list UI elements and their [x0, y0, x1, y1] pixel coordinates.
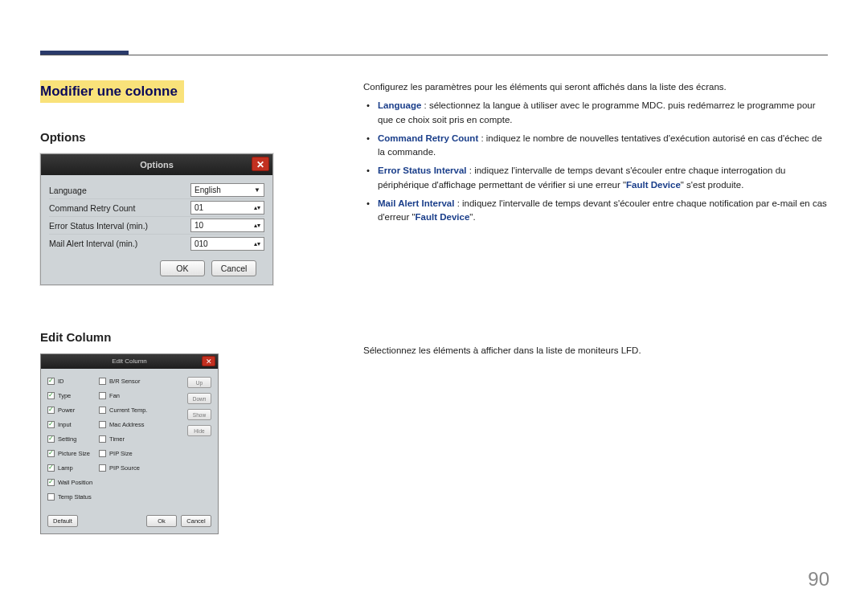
checkbox-label: Wall Position	[58, 479, 92, 486]
edit-column-titlebar: Edit Column ✕	[41, 354, 218, 369]
checkbox-item[interactable]: ✓Type	[47, 390, 92, 401]
checkbox-label: B/R Sensor	[109, 378, 140, 385]
checkbox-column-1: ✓ID✓Type✓Power✓Input✓Setting✓Picture Siz…	[47, 375, 92, 502]
checkbox-item[interactable]: Mac Address	[99, 419, 147, 430]
checkbox-icon: ✓	[47, 392, 55, 399]
chevron-down-icon: ▼	[254, 186, 260, 194]
stepper-icon: ▴▾	[254, 222, 260, 229]
checkbox-icon	[99, 450, 106, 457]
options-body: Language English ▼ Command Retry Count 0…	[41, 175, 272, 284]
intro-text: Configurez les paramètres pour les éléme…	[363, 80, 828, 94]
bullet-language: Language : sélectionnez la langue à util…	[378, 99, 828, 127]
up-button[interactable]: Up	[187, 377, 211, 388]
checkbox-item[interactable]: ✓Picture Size	[47, 447, 92, 459]
cancel-button[interactable]: Cancel	[211, 260, 256, 276]
checkbox-item[interactable]: B/R Sensor	[99, 375, 147, 386]
checkbox-label: ID	[58, 378, 64, 385]
checkbox-label: Timer	[109, 435, 125, 443]
checkbox-label: Setting	[58, 435, 76, 443]
checkbox-label: Picture Size	[58, 450, 90, 457]
stepper-icon: ▴▾	[254, 240, 260, 247]
checkbox-item[interactable]: PIP Size	[99, 447, 147, 459]
checkbox-label: Temp Status	[58, 493, 92, 501]
retry-stepper[interactable]: 01 ▴▾	[190, 201, 264, 215]
checkbox-icon: ✓	[47, 421, 55, 428]
mail-stepper[interactable]: 010 ▴▾	[190, 237, 264, 251]
ok-button[interactable]: Ok	[146, 515, 177, 527]
checkbox-icon	[99, 464, 106, 472]
checkbox-item[interactable]: ✓Setting	[47, 433, 92, 444]
left-column: Modifier une colonne Options Options ✕ L…	[40, 80, 305, 534]
language-select[interactable]: English ▼	[190, 183, 264, 197]
checkbox-icon	[99, 392, 106, 399]
checkbox-label: Input	[58, 421, 72, 428]
checkbox-label: Power	[58, 407, 75, 414]
checkbox-icon	[99, 435, 106, 443]
stepper-icon: ▴▾	[254, 204, 260, 211]
edit-column-desc: Sélectionnez les éléments à afficher dan…	[363, 345, 828, 355]
checkbox-icon	[99, 378, 106, 385]
checkbox-label: Mac Address	[109, 421, 144, 428]
checkbox-icon	[47, 493, 55, 501]
checkbox-item[interactable]: Fan	[99, 390, 147, 401]
checkbox-label: Current Temp.	[109, 407, 147, 414]
bullet-error-status: Error Status Interval : indiquez l'inter…	[378, 164, 828, 192]
options-dialog-title: Options	[140, 160, 174, 170]
highlighted-heading: Modifier une colonne	[40, 80, 184, 103]
options-dialog: Options ✕ Language English ▼ Command Ret…	[40, 153, 273, 285]
bullet-retry: Command Retry Count : indiquez le nombre…	[378, 132, 828, 160]
checkbox-label: Lamp	[58, 464, 73, 472]
checkbox-item[interactable]: PIP Source	[99, 462, 147, 473]
down-button[interactable]: Down	[187, 393, 211, 404]
checkbox-item[interactable]: Timer	[99, 433, 147, 444]
edit-column-subheading: Edit Column	[40, 330, 305, 344]
ok-button[interactable]: OK	[160, 260, 205, 276]
options-titlebar: Options ✕	[41, 154, 272, 175]
retry-label: Command Retry Count	[49, 203, 135, 213]
checkbox-label: Fan	[109, 392, 120, 399]
mail-label: Mail Alert Interval (min.)	[49, 239, 137, 248]
checkbox-label: PIP Size	[109, 450, 133, 457]
header-rule	[40, 55, 828, 55]
edit-column-dialog-title: Edit Column	[112, 358, 147, 365]
close-icon[interactable]: ✕	[252, 157, 269, 171]
checkbox-icon	[99, 407, 106, 414]
checkbox-icon: ✓	[47, 378, 55, 385]
bullet-mail-alert: Mail Alert Interval : indiquez l'interva…	[378, 197, 828, 225]
checkbox-column-2: B/R SensorFanCurrent Temp.Mac AddressTim…	[99, 375, 147, 502]
checkbox-item[interactable]: ✓Lamp	[47, 462, 92, 473]
checkbox-icon: ✓	[47, 450, 55, 457]
close-icon[interactable]: ✕	[202, 356, 215, 366]
checkbox-icon: ✓	[47, 464, 55, 472]
options-subheading: Options	[40, 130, 305, 144]
checkbox-item[interactable]: Current Temp.	[99, 404, 147, 415]
side-buttons: UpDownShowHide	[187, 377, 211, 436]
cancel-button[interactable]: Cancel	[181, 515, 211, 527]
page-number: 90	[808, 568, 829, 591]
checkbox-icon: ✓	[47, 435, 55, 443]
err-label: Error Status Interval (min.)	[49, 221, 148, 231]
checkbox-icon: ✓	[47, 407, 55, 414]
edit-column-dialog: Edit Column ✕ ✓ID✓Type✓Power✓Input✓Setti…	[40, 353, 219, 534]
checkbox-item[interactable]: ✓Input	[47, 419, 92, 430]
show-button[interactable]: Show	[187, 409, 211, 420]
checkbox-label: PIP Source	[109, 464, 140, 472]
language-label: Language	[49, 186, 87, 195]
checkbox-icon	[99, 421, 106, 428]
checkbox-item[interactable]: ✓Power	[47, 404, 92, 415]
default-button[interactable]: Default	[47, 515, 78, 527]
checkbox-icon: ✓	[47, 479, 55, 486]
checkbox-label: Type	[58, 392, 71, 399]
edit-column-body: ✓ID✓Type✓Power✓Input✓Setting✓Picture Siz…	[41, 369, 218, 509]
err-stepper[interactable]: 10 ▴▾	[190, 219, 264, 232]
right-column: Configurez les paramètres pour les éléme…	[363, 80, 828, 229]
checkbox-item[interactable]: ✓ID	[47, 375, 92, 386]
checkbox-item[interactable]: ✓Wall Position	[47, 476, 92, 488]
hide-button[interactable]: Hide	[187, 425, 211, 436]
checkbox-item[interactable]: Temp Status	[47, 491, 92, 502]
